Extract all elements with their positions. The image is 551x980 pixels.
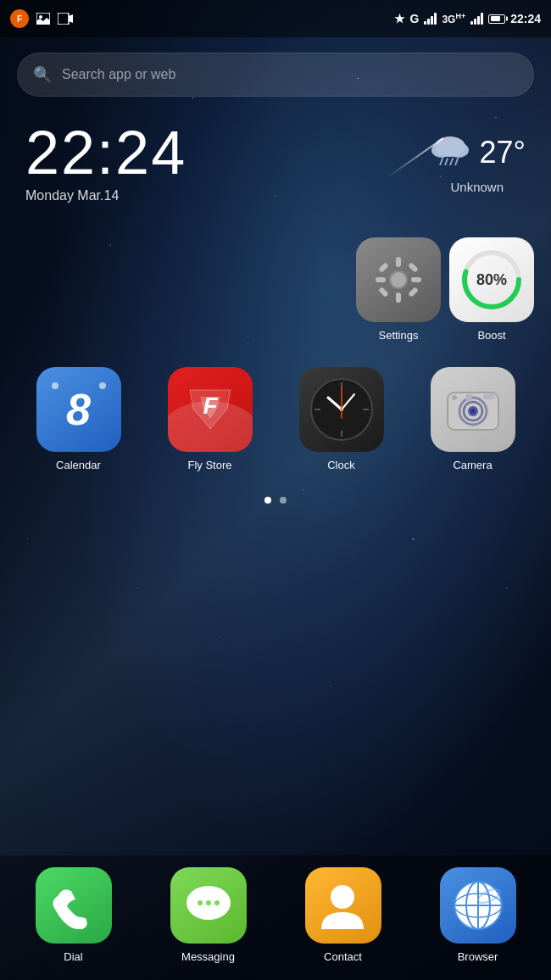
contact-icon — [305, 867, 381, 944]
status-bar-left: F — [10, 9, 73, 28]
svg-line-9 — [455, 159, 458, 165]
boost-icon: 80% — [449, 237, 534, 322]
browser-svg — [452, 879, 504, 932]
weather-cloud-icon — [429, 131, 471, 173]
search-bar[interactable]: 🔍 — [17, 53, 534, 97]
calendar-icon: 8 — [36, 367, 121, 452]
network-3g: 3GH+ — [442, 12, 465, 25]
dial-icon — [36, 867, 112, 944]
messaging-svg — [184, 883, 233, 929]
svg-rect-40 — [483, 394, 495, 399]
weather-temperature: 27° — [480, 135, 526, 170]
search-icon: 🔍 — [33, 65, 52, 84]
calendar-label: Calendar — [56, 459, 101, 471]
clock-icon — [299, 367, 384, 452]
svg-point-5 — [448, 142, 469, 158]
flystore-icon: F — [168, 367, 253, 452]
dock: Dial Messaging Co — [0, 855, 551, 980]
clock-time-status: 22:24 — [510, 12, 541, 25]
flystore-label: Fly Store — [187, 459, 231, 471]
browser-label: Browser — [458, 950, 498, 963]
fly-launcher-icon: F — [10, 9, 29, 28]
svg-point-45 — [206, 900, 211, 905]
dock-browser[interactable]: Browser — [413, 867, 543, 963]
clock-weather-widget: 22:24 Monday Mar.14 27° U — [0, 105, 551, 212]
settings-icon — [356, 237, 441, 322]
image-icon — [36, 11, 51, 26]
svg-point-47 — [331, 885, 354, 909]
top-app-row: Settings 80% Boost — [0, 212, 551, 342]
svg-line-7 — [445, 159, 448, 165]
weather-widget: 27° Unknown — [429, 131, 526, 194]
svg-line-6 — [440, 159, 442, 165]
dock-messaging[interactable]: Messaging — [143, 867, 273, 963]
boost-label: Boost — [477, 329, 505, 342]
svg-rect-14 — [411, 277, 421, 282]
app-calendar[interactable]: 8 Calendar — [17, 367, 140, 471]
app-flystore[interactable]: F Fly Store — [148, 367, 271, 471]
svg-rect-11 — [396, 257, 401, 267]
app-clock[interactable]: Clock — [280, 367, 403, 471]
svg-rect-18 — [408, 287, 419, 298]
page-indicators — [0, 480, 551, 512]
app-settings[interactable]: Settings — [356, 237, 441, 342]
contact-svg — [320, 880, 366, 931]
svg-point-46 — [214, 900, 220, 905]
svg-point-39 — [465, 394, 472, 401]
messaging-icon — [170, 867, 247, 944]
svg-rect-16 — [408, 262, 419, 273]
gear-svg — [373, 254, 424, 305]
svg-point-41 — [452, 395, 457, 400]
weather-location: Unknown — [451, 180, 504, 194]
camera-icon — [431, 367, 515, 452]
boost-ring-svg: 80% — [458, 246, 526, 314]
page-dot-1[interactable] — [264, 497, 271, 504]
svg-rect-12 — [396, 292, 401, 303]
svg-line-8 — [450, 159, 453, 165]
dial-label: Dial — [64, 950, 82, 963]
svg-point-1 — [39, 15, 42, 19]
search-input[interactable] — [62, 67, 518, 82]
svg-rect-13 — [376, 277, 386, 282]
app-boost[interactable]: 80% Boost — [449, 237, 534, 342]
clock-face-svg — [308, 376, 376, 443]
dock-dial[interactable]: Dial — [8, 867, 138, 963]
battery-icon — [488, 14, 505, 24]
page-dot-2[interactable] — [280, 497, 287, 504]
network-type: G — [410, 12, 420, 25]
camera-label: Camera — [453, 459, 492, 471]
clock-date: Monday Mar.14 — [25, 188, 429, 203]
clock-display: 22:24 Monday Mar.14 — [25, 122, 429, 203]
calendar-pin-right — [99, 382, 106, 389]
contact-label: Contact — [324, 950, 362, 963]
app-camera[interactable]: Camera — [411, 367, 534, 471]
calendar-pin-left — [52, 382, 58, 389]
star-icon: ★ — [394, 12, 405, 25]
svg-point-38 — [470, 409, 476, 414]
signal-bars — [424, 13, 437, 25]
svg-point-44 — [198, 900, 203, 905]
svg-rect-17 — [378, 287, 389, 298]
status-bar: F ★ G 3GH+ — [0, 0, 551, 37]
svg-rect-2 — [58, 13, 69, 25]
calendar-number: 8 — [66, 384, 91, 435]
clock-time: 22:24 — [25, 122, 429, 183]
app-grid: 8 Calendar F Fly Store — [0, 342, 551, 480]
dock-contact[interactable]: Contact — [278, 867, 408, 963]
svg-point-10 — [390, 271, 407, 288]
status-bar-right: ★ G 3GH+ 22:24 — [394, 12, 541, 25]
settings-label: Settings — [379, 329, 419, 342]
svg-text:80%: 80% — [476, 271, 507, 288]
dial-svg — [50, 883, 97, 929]
browser-icon — [440, 867, 516, 944]
screen-record-icon — [58, 11, 73, 26]
clock-label: Clock — [327, 459, 355, 471]
svg-rect-15 — [378, 262, 389, 273]
main-content: 🔍 22:24 Monday Mar.14 — [0, 37, 551, 980]
messaging-label: Messaging — [181, 950, 235, 963]
camera-svg — [439, 376, 507, 443]
signal-bars-2 — [470, 13, 483, 25]
flystore-arc-decoration — [168, 401, 253, 452]
